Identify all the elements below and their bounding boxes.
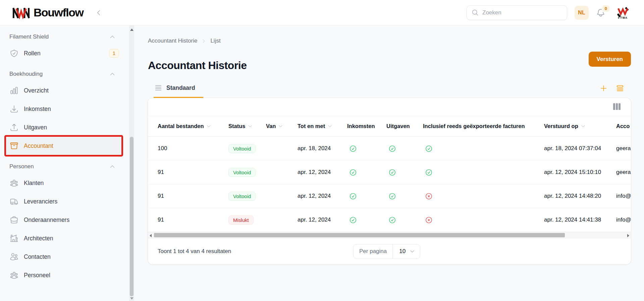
shield-check-icon (10, 49, 18, 58)
search-placeholder: Zoeken (482, 9, 501, 16)
sidebar-item-label: Rollen (24, 50, 41, 57)
arrow-up-tray-icon (10, 123, 18, 132)
sidebar-scrollbar-thumb[interactable] (130, 137, 133, 296)
cell-verstuurd-op: apr. 12, 2024 15:10:10 (544, 169, 616, 176)
sidebar-group-header-boekhouding[interactable]: Boekhouding (0, 67, 129, 81)
notifications-button[interactable]: 0 (596, 8, 605, 17)
sidebar-collapse-button[interactable] (94, 8, 104, 18)
per-page-select[interactable]: Per pagina 10 (353, 244, 420, 259)
sidebar-item-leveranciers[interactable]: Leveranciers (5, 193, 124, 210)
inkomsten-status-icon (347, 145, 386, 153)
manage-views-button[interactable] (616, 84, 624, 93)
breadcrumb-item[interactable]: Accountant Historie (148, 38, 197, 44)
user-avatar[interactable]: FTWA (615, 4, 631, 21)
scroll-up-arrow-icon[interactable] (130, 28, 133, 31)
cell-tot-en-met: apr. 12, 2024 (298, 169, 347, 176)
cell-tot-en-met: apr. 18, 2024 (298, 145, 347, 152)
check-circle-icon (349, 216, 357, 224)
svg-text:FTWA: FTWA (618, 16, 628, 19)
cell-aantal-bestanden: 100 (158, 145, 228, 152)
topbar: Bouwflow Zoeken NL 0 FTWA (0, 0, 644, 25)
sidebar-item-label: Onderaannemers (24, 217, 69, 224)
cell-aantal-bestanden: 91 (158, 169, 228, 176)
add-view-button[interactable] (599, 84, 608, 93)
rollen-count-badge: 1 (109, 49, 119, 58)
sidebar-item-onderaannemers[interactable]: Onderaannemers (5, 211, 124, 229)
sidebar-item-inkomsten[interactable]: Inkomsten (5, 100, 124, 118)
group-label: Filament Shield (9, 34, 49, 40)
sort-chevron-icon (206, 124, 211, 129)
cell-status: Mislukt (228, 216, 266, 225)
results-summary: Toont 1 tot 4 van 4 resultaten (158, 238, 231, 264)
cell-accountant: geera (616, 145, 631, 152)
column-header-status[interactable]: Status (228, 123, 266, 129)
table-row[interactable]: 91 Voltooid apr. 12, 2024 apr. 12, 2024 … (148, 184, 631, 208)
sort-chevron-icon (278, 124, 283, 129)
briefcase-icon (10, 216, 18, 224)
table-row[interactable]: 100 Voltooid apr. 18, 2024 apr. 18, 2024… (148, 137, 631, 161)
sort-chevron-icon (327, 124, 332, 129)
sidebar-group-personen: Personen Klanten Leveranciers Onderaanne… (0, 160, 129, 284)
sidebar-item-label: Architecten (24, 235, 53, 242)
sidebar-group-header-filament-shield[interactable]: Filament Shield (0, 30, 129, 44)
status-badge: Mislukt (228, 216, 254, 225)
cell-status: Voltooid (228, 192, 266, 201)
sidebar-item-contacten[interactable]: Contacten (5, 248, 124, 265)
versturen-button[interactable]: Versturen (589, 52, 631, 67)
breadcrumb-item[interactable]: Lijst (210, 38, 220, 44)
cell-accountant: info@ (616, 193, 631, 199)
chevron-left-icon (95, 9, 102, 16)
toggle-columns-button[interactable] (613, 103, 621, 110)
sidebar-scrollbar[interactable] (129, 25, 134, 301)
scroll-left-arrow-icon[interactable] (150, 234, 152, 237)
main-content: Accountant Historie Lijst Accountant His… (134, 25, 644, 301)
group-label: Personen (9, 163, 34, 170)
sidebar-item-architecten[interactable]: Architecten (5, 230, 124, 247)
inclusief-status-icon (423, 192, 544, 200)
cell-accountant: geera (616, 169, 631, 176)
column-header-inkomsten: Inkomsten (347, 123, 386, 129)
tabs-bar: Standaard (148, 78, 631, 98)
table-row[interactable]: 91 Voltooid apr. 12, 2024 apr. 12, 2024 … (148, 161, 631, 184)
language-switcher[interactable]: NL (575, 6, 589, 20)
queue-list-icon (616, 84, 624, 93)
scroll-right-arrow-icon[interactable] (627, 234, 629, 237)
check-circle-icon (349, 192, 357, 200)
inclusief-status-icon (423, 216, 544, 224)
uitgaven-status-icon (386, 192, 423, 200)
inclusief-status-icon (423, 169, 544, 176)
scroll-down-arrow-icon[interactable] (130, 297, 133, 300)
uitgaven-status-icon (386, 145, 423, 153)
cell-status: Voltooid (228, 168, 266, 177)
users-icon (10, 252, 18, 261)
check-circle-icon (388, 169, 396, 176)
table-row[interactable]: 91 Mislukt apr. 12, 2024 apr. 12, 2024 1… (148, 208, 631, 232)
inkomsten-status-icon (347, 169, 386, 176)
sidebar-item-rollen[interactable]: Rollen 1 (5, 45, 124, 62)
sidebar-item-overzicht[interactable]: Overzicht (5, 82, 124, 99)
horizontal-scrollbar[interactable] (148, 232, 631, 238)
x-circle-icon (425, 216, 433, 224)
company-logo-icon: FTWA (615, 6, 630, 19)
sidebar-item-personeel[interactable]: Personeel (5, 266, 124, 284)
check-circle-icon (349, 145, 357, 153)
sidebar-item-accountant[interactable]: Accountant (5, 137, 124, 155)
column-header-van[interactable]: Van (266, 123, 298, 129)
cell-verstuurd-op: apr. 12, 2024 14:41:38 (544, 217, 616, 223)
group-label: Boekhouding (9, 71, 43, 77)
column-header-aantal-bestanden[interactable]: Aantal bestanden (158, 123, 228, 129)
horizontal-scrollbar-thumb[interactable] (154, 233, 565, 237)
search-input[interactable]: Zoeken (467, 5, 567, 20)
column-header-tot-en-met[interactable]: Tot en met (298, 123, 347, 129)
view-columns-icon (613, 103, 621, 110)
sidebar-item-label: Klanten (24, 180, 44, 187)
sidebar-group-header-personen[interactable]: Personen (0, 160, 129, 173)
cell-aantal-bestanden: 91 (158, 217, 228, 223)
sidebar-item-klanten[interactable]: Klanten (5, 174, 124, 192)
app-logo[interactable]: Bouwflow (11, 6, 84, 19)
chevron-right-icon (201, 39, 206, 44)
sidebar-item-uitgaven[interactable]: Uitgaven (5, 119, 124, 136)
table-header-row: Aantal bestanden Status Van Tot en met I… (148, 116, 631, 137)
tab-standaard[interactable]: Standaard (154, 84, 203, 98)
column-header-verstuurd-op[interactable]: Verstuurd op (544, 123, 616, 129)
